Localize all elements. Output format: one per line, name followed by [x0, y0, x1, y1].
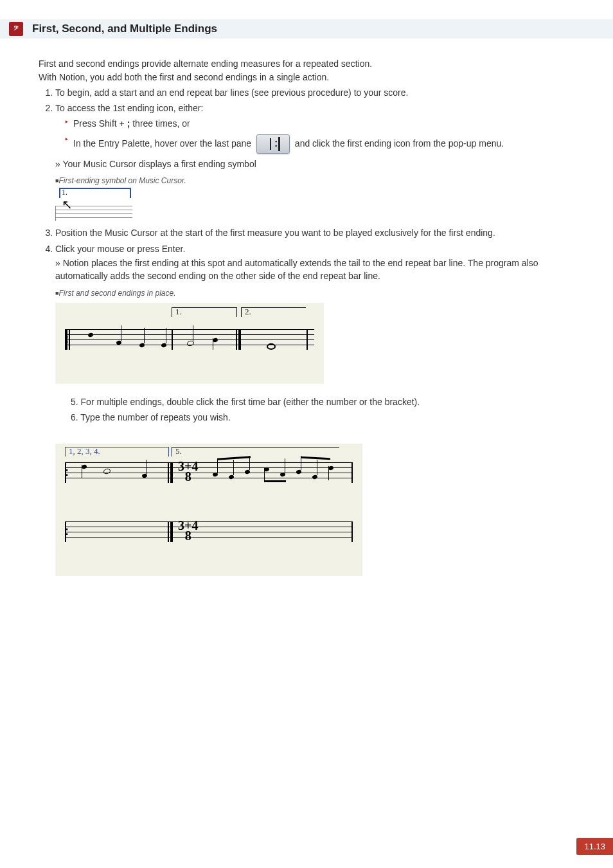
step-2a: Press Shift + ; three times, or: [64, 117, 574, 130]
step-2-result: » Your Music Cursor displays a first end…: [55, 158, 574, 170]
figure-multiple-endings: 1, 2, 3, 4. 5. 3+4 8: [55, 444, 362, 576]
step-4-text: Click your mouse or press Enter.: [55, 244, 185, 254]
intro-line-1: First and second endings provide alterna…: [39, 58, 574, 70]
step-2: To access the 1st ending icon, either: P…: [55, 102, 574, 224]
page-number: 11.13: [576, 838, 613, 855]
steps-list: To begin, add a start and an end repeat …: [39, 86, 574, 576]
app-logo-icon: 𝄢: [9, 22, 23, 36]
intro-paragraph: First and second endings provide alterna…: [39, 58, 574, 84]
step-4: Click your mouse or press Enter. » Notio…: [55, 242, 574, 576]
figure-cursor: 1. ↖: [55, 188, 132, 224]
title-bar: 𝄢 First, Second, and Multiple Endings: [0, 19, 613, 39]
palette-pane-icon: [256, 134, 290, 154]
step-1: To begin, add a start and an end repeat …: [55, 86, 574, 99]
figure-endings: 1. 2.: [55, 303, 324, 384]
step-2-text: To access the 1st ending icon, either:: [55, 103, 203, 113]
step-6: 6. Type the number of repeats you wish.: [71, 411, 574, 424]
intro-line-2: With Notion, you add both the first and …: [39, 71, 574, 84]
step-2b: In the Entry Palette, hover over the las…: [64, 134, 574, 154]
step-3: Position the Music Cursor at the start o…: [55, 226, 574, 239]
caption-endings: First and second endings in place.: [55, 288, 574, 299]
caption-cursor: First-ending symbol on Music Cursor.: [55, 176, 574, 186]
page-title: First, Second, and Multiple Endings: [32, 23, 217, 35]
step-4-result: » Notion places the first ending at this…: [55, 257, 574, 283]
step-5: 5. For multiple endings, double click th…: [71, 395, 574, 408]
